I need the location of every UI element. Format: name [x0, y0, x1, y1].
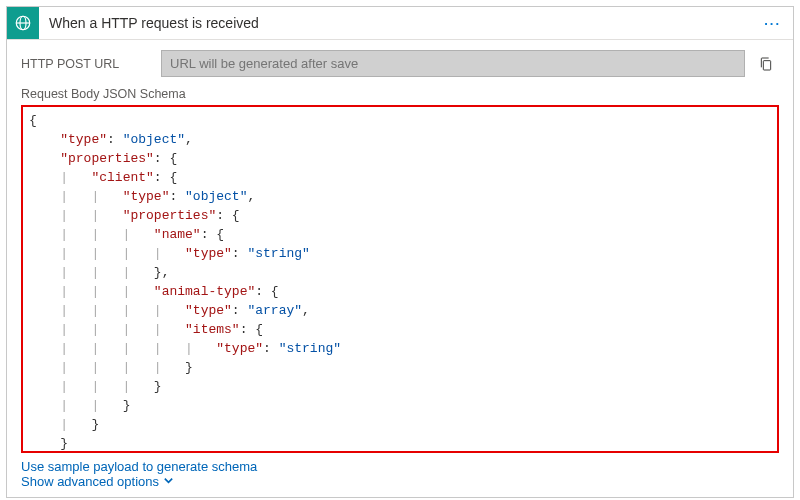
use-sample-payload-link[interactable]: Use sample payload to generate schema: [21, 459, 257, 474]
schema-textarea[interactable]: { "type": "object", "properties": { | "c…: [21, 105, 779, 453]
more-menu-button[interactable]: ···: [752, 16, 793, 31]
trigger-card: When a HTTP request is received ··· HTTP…: [6, 6, 794, 498]
chevron-down-icon: [163, 474, 174, 489]
schema-label: Request Body JSON Schema: [21, 87, 779, 101]
card-title: When a HTTP request is received: [39, 15, 752, 31]
show-advanced-options-label: Show advanced options: [21, 474, 159, 489]
url-label: HTTP POST URL: [21, 57, 161, 71]
copy-url-button[interactable]: [753, 51, 779, 77]
http-trigger-icon: [7, 7, 39, 39]
url-row: HTTP POST URL: [21, 50, 779, 77]
card-body: HTTP POST URL Request Body JSON Schema {…: [7, 40, 793, 497]
card-header[interactable]: When a HTTP request is received ···: [7, 7, 793, 40]
show-advanced-options-link[interactable]: Show advanced options: [21, 474, 174, 489]
http-post-url-input[interactable]: [161, 50, 745, 77]
copy-icon: [758, 55, 774, 73]
footer-links: Use sample payload to generate schema Sh…: [21, 459, 779, 489]
svg-rect-3: [763, 60, 770, 69]
